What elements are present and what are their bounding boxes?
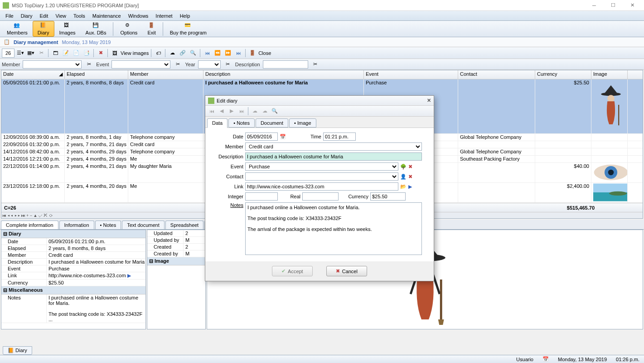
nav-next-icon[interactable]: ▶ <box>227 107 236 116</box>
toolbar-options[interactable]: ⚙Options <box>115 21 142 37</box>
picture-icon[interactable]: 🖼 <box>110 49 119 58</box>
dialog-tab---notes[interactable]: • Notes <box>228 118 255 128</box>
next-icon[interactable]: ⏩ <box>223 49 232 58</box>
dialog-tab-document[interactable]: Document <box>256 118 288 128</box>
toolbar-members[interactable]: 👥Members <box>2 21 33 37</box>
toolbar-diary[interactable]: 📙Diary <box>33 21 54 37</box>
delete-event-icon[interactable]: ✖ <box>408 164 412 170</box>
exit-icon[interactable]: 🚪 <box>248 49 257 58</box>
label-integer: Integer <box>211 194 243 199</box>
input-link[interactable] <box>245 182 398 191</box>
column-image[interactable]: Image <box>591 70 628 79</box>
filter-event-select[interactable] <box>111 60 170 69</box>
go-link-icon[interactable]: ▶ <box>408 184 412 190</box>
cloud2-icon[interactable]: ☁ <box>260 107 269 116</box>
delete-icon[interactable]: ✖ <box>96 49 105 58</box>
input-currency[interactable] <box>370 192 406 201</box>
input-real[interactable] <box>302 192 339 201</box>
bottom-tab-diary[interactable]: 📙 Diary <box>3 346 32 355</box>
menu-maintenance[interactable]: Maintenance <box>89 12 125 20</box>
textarea-notes[interactable] <box>245 202 422 255</box>
duplicate-icon[interactable]: 📑 <box>82 49 91 58</box>
column-contact[interactable]: Contact <box>458 70 535 79</box>
lower-tab-complete-information[interactable]: Complete information <box>1 221 58 229</box>
view-mode-icon[interactable]: ☰▾ <box>16 49 25 58</box>
column-member[interactable]: Member <box>128 70 203 79</box>
maximize-button[interactable]: ☐ <box>604 0 622 10</box>
select-contact[interactable] <box>245 172 398 181</box>
input-date[interactable] <box>245 132 278 141</box>
tag-icon[interactable]: 🏷 <box>154 49 163 58</box>
input-time[interactable] <box>323 132 356 141</box>
menu-tools[interactable]: Tools <box>70 12 89 20</box>
menu-help[interactable]: Help <box>176 12 194 20</box>
prop-section-image[interactable]: Image <box>147 257 205 265</box>
menu-diary[interactable]: Diary <box>17 12 36 20</box>
cancel-button[interactable]: ✖ Cancel <box>326 266 367 276</box>
cloud-icon[interactable]: ☁ <box>168 49 177 58</box>
prev-icon[interactable]: ⏪ <box>213 49 222 58</box>
contact-icon[interactable]: 👤 <box>400 174 407 180</box>
select-event[interactable]: Purchase <box>245 162 398 171</box>
input-description[interactable] <box>245 152 422 161</box>
clear-member-icon[interactable]: ✂ <box>84 60 93 69</box>
nav-prev-icon[interactable]: ◀ <box>217 107 226 116</box>
toolbar-buy-the-program[interactable]: 💳Buy the program <box>165 21 212 37</box>
dialog-tab-data[interactable]: Data <box>207 118 228 128</box>
filter-member-select[interactable] <box>23 60 82 69</box>
search-icon[interactable]: 🔍 <box>189 49 198 58</box>
nav-first-icon[interactable]: ⏮ <box>207 107 216 116</box>
close-button[interactable]: ✕ <box>623 0 641 10</box>
edit-icon[interactable]: 📝 <box>61 49 70 58</box>
lower-tab---notes[interactable]: • Notes <box>95 221 121 229</box>
close-label[interactable]: Close <box>258 50 271 56</box>
last-icon[interactable]: ⏭ <box>234 49 243 58</box>
clear-year-icon[interactable]: ✂ <box>223 60 232 69</box>
clear-event-icon[interactable]: ✂ <box>173 60 182 69</box>
prop-section-misc[interactable]: Miscellaneous <box>1 286 145 294</box>
menu-file[interactable]: File <box>2 12 17 20</box>
dialog-tab---image[interactable]: • Image <box>289 118 316 128</box>
lower-tab-text-document[interactable]: Text document <box>122 221 165 229</box>
search2-icon[interactable]: 🔍 <box>270 107 279 116</box>
menu-windows[interactable]: Windows <box>125 12 152 20</box>
cut-icon[interactable]: ✂ <box>37 49 46 58</box>
input-integer[interactable] <box>245 192 278 201</box>
folder-open-icon[interactable]: 📂 <box>400 184 407 190</box>
lower-tab-information[interactable]: Information <box>59 221 94 229</box>
select-member[interactable]: Credit card <box>245 142 422 151</box>
accept-button[interactable]: ✔ Accept <box>272 266 313 276</box>
menu-edit[interactable]: Edit <box>36 12 52 20</box>
toolbar-aux--dbs[interactable]: 💾Aux. DBs <box>81 21 111 37</box>
filter-year-select[interactable] <box>198 60 221 69</box>
link-icon[interactable]: 🔗 <box>178 49 187 58</box>
layout-icon[interactable]: ▦▾ <box>26 49 35 58</box>
tree-icon[interactable]: 🌳 <box>400 164 407 170</box>
form-icon[interactable]: 🗔 <box>51 49 60 58</box>
menu-view[interactable]: View <box>52 12 70 20</box>
clear-description-icon[interactable]: ✂ <box>311 60 320 69</box>
column-date[interactable]: Date ◢ <box>1 70 65 79</box>
cloud1-icon[interactable]: ☁ <box>250 107 259 116</box>
window-controls: ─ ☐ ✕ <box>585 0 641 10</box>
column-currency[interactable]: Currency <box>535 70 591 79</box>
filter-description-input[interactable] <box>263 60 308 69</box>
minimize-button[interactable]: ─ <box>585 0 603 10</box>
delete-contact-icon[interactable]: ✖ <box>408 174 412 180</box>
menu-internet[interactable]: Internet <box>152 12 176 20</box>
prop-section-diary[interactable]: Diary <box>1 230 145 238</box>
toolbar-exit[interactable]: 🚪Exit <box>142 21 160 37</box>
calendar-picker-icon[interactable]: 📅 <box>280 134 286 140</box>
column-description[interactable]: Description <box>203 70 364 79</box>
page-number-input[interactable] <box>2 49 15 58</box>
toolbar-images[interactable]: 🖼Images <box>54 21 81 37</box>
column-event[interactable]: Event <box>364 70 458 79</box>
copy-icon[interactable]: 📄 <box>72 49 81 58</box>
first-icon[interactable]: ⏮ <box>203 49 212 58</box>
column-elapsed[interactable]: Elapsed <box>65 70 128 79</box>
nav-last-icon[interactable]: ⏭ <box>237 107 246 116</box>
dialog-close-button[interactable]: ✕ <box>427 98 431 103</box>
breadcrumb-date: Monday, 13 May 2019 <box>62 39 111 45</box>
view-images-label[interactable]: View images <box>121 50 149 56</box>
lower-tab-spreadsheet[interactable]: Spreadsheet <box>165 221 203 229</box>
